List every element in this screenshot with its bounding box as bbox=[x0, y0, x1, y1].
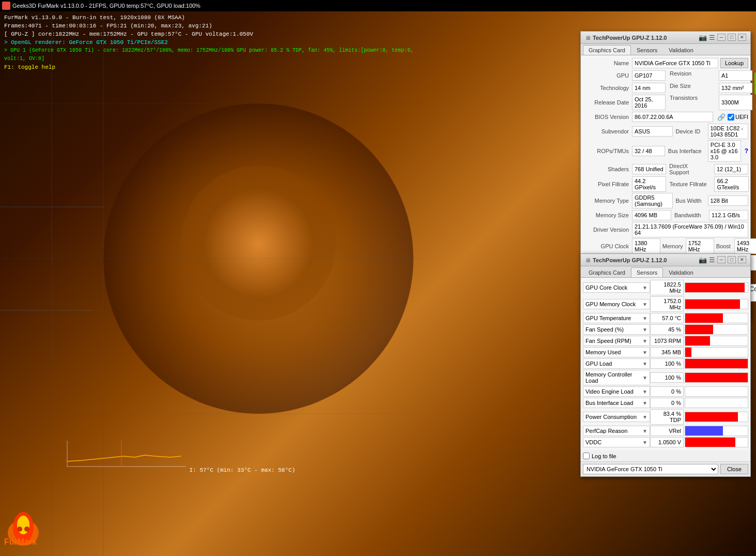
bus-width-label: Bus Width bbox=[675, 198, 706, 204]
close-x-btn-2[interactable]: ✕ bbox=[738, 256, 746, 263]
maximize-btn[interactable]: □ bbox=[728, 34, 736, 41]
tab-graphics-card-1[interactable]: Graphics Card bbox=[583, 45, 631, 55]
panel1-titlebar: 🖥 TechPowerUp GPU-Z 1.12.0 📷 ☰ ─ □ ✕ bbox=[581, 32, 750, 44]
tab-graphics-card-2[interactable]: Graphics Card bbox=[583, 267, 631, 277]
sensor-row-8: Video Engine Load▼0 % bbox=[583, 386, 748, 397]
menu-icon[interactable]: ☰ bbox=[709, 34, 715, 41]
memory-type-row: Memory Type GDDR5 (Samsung) Bus Width 12… bbox=[583, 193, 748, 208]
sensor-value-0: 1822.5 MHz bbox=[650, 280, 684, 295]
sensor-row-2: GPU Temperature▼57.0 °C bbox=[583, 313, 748, 323]
sensor-dropdown-2[interactable]: ▼ bbox=[642, 315, 647, 321]
sensor-row-0: GPU Core Clock▼1822.5 MHz bbox=[583, 280, 748, 295]
sensor-row-11: PerfCap Reason▼VRel bbox=[583, 426, 748, 436]
sensor-label-7: Memory Controller Load▼ bbox=[583, 370, 650, 385]
gpu-dropdown-2[interactable]: NVIDIA GeForce GTX 1050 Ti bbox=[583, 464, 718, 474]
sensor-dropdown-4[interactable]: ▼ bbox=[642, 338, 647, 344]
bios-link-icon[interactable]: 🔗 bbox=[717, 113, 726, 121]
gpu-clock-value: 1380 MHz bbox=[632, 238, 660, 254]
console-line-3: [ GPU-Z ] core:1822MHz - mem:1752MHz - G… bbox=[4, 30, 418, 38]
close-x-btn[interactable]: ✕ bbox=[738, 34, 746, 41]
maximize-btn-2[interactable]: □ bbox=[728, 256, 736, 263]
sensor-bar-container-1 bbox=[685, 299, 748, 309]
sensor-value-3: 45 % bbox=[650, 324, 684, 335]
sensor-bar-6 bbox=[685, 359, 748, 368]
panel1-tabs: Graphics Card Sensors Validation bbox=[581, 44, 750, 55]
driver-version-value: 21.21.13.7609 (ForceWare 376.09) / Win10… bbox=[632, 222, 748, 237]
release-date-row: Release Date Oct 25, 2016 Transistors 33… bbox=[583, 95, 752, 110]
memory-type-label: Memory Type bbox=[583, 198, 632, 204]
uefi-check: UEFI bbox=[728, 114, 748, 121]
sensor-dropdown-11[interactable]: ▼ bbox=[642, 428, 647, 434]
sensor-value-4: 1073 RPM bbox=[650, 336, 684, 346]
boost-label: Boost bbox=[715, 243, 733, 249]
texture-fillrate-label: Texture Fillrate bbox=[668, 181, 712, 187]
sensor-dropdown-5[interactable]: ▼ bbox=[642, 350, 647, 355]
sensor-dropdown-9[interactable]: ▼ bbox=[642, 400, 647, 406]
tab-sensors-1[interactable]: Sensors bbox=[631, 45, 663, 55]
minimize-btn[interactable]: ─ bbox=[717, 34, 726, 41]
shaders-row: Shaders 768 Unified DirectX Support 12 (… bbox=[583, 163, 748, 175]
close-button-2[interactable]: Close bbox=[720, 464, 748, 474]
tab-validation-1[interactable]: Validation bbox=[663, 45, 699, 55]
bandwidth-value: 112.1 GB/s bbox=[709, 210, 748, 220]
log-checkbox[interactable] bbox=[583, 453, 590, 459]
gpu-nvidia-row: GPU GP107 Revision A1 Technology 14 nm D… bbox=[583, 70, 748, 111]
tab-validation-2[interactable]: Validation bbox=[663, 267, 699, 277]
sensor-dropdown-7[interactable]: ▼ bbox=[642, 375, 647, 381]
furmark-logo-area: FurMark bbox=[0, 499, 103, 546]
gpu-fields: GPU GP107 Revision A1 Technology 14 nm D… bbox=[583, 70, 752, 111]
console-line-6: F1: toggle help bbox=[4, 63, 418, 71]
panel2-controls: 📷 ☰ ─ □ ✕ bbox=[699, 256, 746, 264]
sensor-dropdown-12[interactable]: ▼ bbox=[642, 440, 647, 445]
svg-point-13 bbox=[17, 527, 22, 532]
temp-graph bbox=[41, 435, 186, 472]
sensor-label-2: GPU Temperature▼ bbox=[583, 313, 650, 323]
camera-icon[interactable]: 📷 bbox=[699, 34, 707, 41]
sensor-row-3: Fan Speed (%)▼45 % bbox=[583, 324, 748, 335]
camera-icon-2[interactable]: 📷 bbox=[699, 256, 707, 264]
sensor-label-10: Power Consumption▼ bbox=[583, 412, 650, 422]
fillrate-row: Pixel Fillrate 44.2 GPixel/s Texture Fil… bbox=[583, 176, 748, 192]
lookup-button[interactable]: Lookup bbox=[720, 58, 748, 68]
sensor-label-11: PerfCap Reason▼ bbox=[583, 426, 650, 436]
bus-interface-help[interactable]: ? bbox=[745, 147, 748, 155]
pixel-fillrate-label: Pixel Fillrate bbox=[583, 181, 632, 187]
sensor-dropdown-10[interactable]: ▼ bbox=[642, 414, 647, 420]
memory-clock-label: Memory bbox=[661, 243, 685, 249]
sensor-dropdown-6[interactable]: ▼ bbox=[642, 361, 647, 367]
menu-icon-2[interactable]: ☰ bbox=[709, 256, 715, 264]
panel1-controls: 📷 ☰ ─ □ ✕ bbox=[699, 34, 746, 41]
shaders-value: 768 Unified bbox=[632, 164, 666, 174]
transistors-value: 3300M bbox=[719, 95, 752, 110]
rops-row: ROPs/TMUs 32 / 48 Bus Interface PCI-E 3.… bbox=[583, 140, 748, 162]
sensor-row-7: Memory Controller Load▼100 % bbox=[583, 370, 748, 385]
sensor-dropdown-3[interactable]: ▼ bbox=[642, 327, 647, 333]
technology-row: Technology 14 nm Die Size 132 mm² bbox=[583, 82, 752, 94]
tab-sensors-2[interactable]: Sensors bbox=[631, 267, 663, 277]
console-line-2: Frames:4071 - time:00:03:16 - FPS:21 (mi… bbox=[4, 22, 418, 30]
svg-text:FurMark: FurMark bbox=[4, 537, 37, 546]
rops-value: 32 / 48 bbox=[632, 146, 665, 156]
sensor-value-5: 345 MB bbox=[650, 347, 684, 357]
sensor-label-4: Fan Speed (RPM)▼ bbox=[583, 336, 650, 346]
sensor-label-1: GPU Memory Clock▼ bbox=[583, 299, 650, 309]
sensor-dropdown-1[interactable]: ▼ bbox=[642, 302, 647, 307]
bus-interface-label: Bus Interface bbox=[667, 148, 706, 154]
uefi-checkbox[interactable] bbox=[728, 114, 734, 121]
release-date-label: Release Date bbox=[583, 99, 632, 106]
sensor-dropdown-8[interactable]: ▼ bbox=[642, 389, 647, 395]
memory-size-value: 4096 MB bbox=[632, 210, 671, 220]
die-size-label: Die Size bbox=[668, 83, 717, 93]
minimize-btn-2[interactable]: ─ bbox=[717, 256, 726, 263]
sensor-bar-5 bbox=[685, 348, 691, 357]
sensor-bar-1 bbox=[685, 299, 740, 309]
driver-version-row: Driver Version 21.21.13.7609 (ForceWare … bbox=[583, 222, 748, 237]
sensor-dropdown-0[interactable]: ▼ bbox=[642, 285, 647, 291]
sensor-bar-container-6 bbox=[685, 358, 748, 369]
sensor-bar-container-7 bbox=[685, 372, 748, 383]
svg-point-14 bbox=[24, 527, 29, 532]
bios-label: BIOS Version bbox=[583, 114, 632, 120]
gpu-clock-label: GPU Clock bbox=[583, 243, 632, 249]
revision-label: Revision bbox=[668, 70, 717, 81]
panel1-title: TechPowerUp GPU-Z 1.12.0 bbox=[593, 35, 667, 41]
